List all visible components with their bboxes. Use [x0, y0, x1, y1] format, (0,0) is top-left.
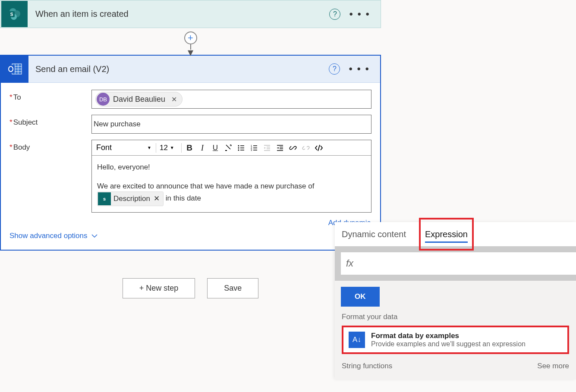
- highlight-expression-tab: Expression: [419, 218, 474, 251]
- format-section-title: Format your data: [342, 313, 569, 321]
- arrow-down-icon: ▾: [188, 50, 193, 55]
- unlink-button[interactable]: [300, 142, 312, 154]
- avatar: DB: [97, 93, 110, 106]
- underline-button[interactable]: U: [209, 142, 221, 154]
- subject-label: *Subject: [9, 115, 91, 134]
- svg-text:3: 3: [251, 149, 252, 151]
- trigger-title: When an item is created: [35, 9, 329, 19]
- connector: + ▾: [0, 28, 381, 55]
- save-button[interactable]: Save: [207, 278, 258, 298]
- action-header[interactable]: Send an email (V2) ? • • •: [1, 56, 380, 83]
- body-label: *Body: [9, 140, 91, 213]
- subject-input[interactable]: New purchase: [91, 115, 371, 134]
- outlook-icon: [1, 56, 28, 83]
- see-more-link[interactable]: See more: [537, 362, 569, 370]
- field-to: *To DB David Beaulieu ✕: [9, 90, 371, 109]
- token-remove-icon[interactable]: ✕: [153, 193, 161, 204]
- format-icon: A↓: [349, 332, 365, 348]
- expression-panel: Dynamic content Expression fx OK Format …: [335, 222, 576, 379]
- expression-panel-body: Format your data A↓ Format data by examp…: [335, 307, 576, 379]
- fx-icon: fx: [346, 258, 353, 269]
- tab-dynamic-content[interactable]: Dynamic content: [342, 222, 406, 246]
- action-title: Send an email (V2): [35, 64, 329, 74]
- format-card-subtitle: Provide examples and we'll suggest an ex…: [371, 340, 526, 348]
- help-icon[interactable]: ?: [329, 63, 340, 75]
- color-button[interactable]: [222, 142, 234, 154]
- font-select[interactable]: Font▼: [94, 142, 154, 154]
- add-step-button[interactable]: +: [184, 31, 197, 44]
- font-size-select[interactable]: 12 ▼: [160, 144, 179, 152]
- indent-button[interactable]: [274, 142, 286, 154]
- add-dynamic-content-link[interactable]: Add dynamic: [9, 219, 371, 227]
- action-card: Send an email (V2) ? • • • *To DB David …: [0, 55, 381, 251]
- bottom-buttons: + New step Save: [0, 278, 381, 298]
- format-card-title: Format data by examples: [371, 332, 526, 340]
- link-button[interactable]: [287, 142, 299, 154]
- outdent-button[interactable]: [261, 142, 273, 154]
- chevron-down-icon: [91, 234, 98, 238]
- svg-point-16: [238, 149, 239, 151]
- to-label: *To: [9, 90, 91, 109]
- rich-text-editor: Font▼ 12 ▼ B I U: [91, 140, 371, 213]
- rte-toolbar: Font▼ 12 ▼ B I U: [92, 140, 371, 156]
- string-functions-title: String functions: [342, 362, 392, 370]
- sharepoint-small-icon: s: [98, 192, 111, 205]
- code-view-button[interactable]: [313, 142, 325, 154]
- format-data-card[interactable]: A↓ Format data by examples Provide examp…: [342, 326, 569, 354]
- tab-expression[interactable]: Expression: [425, 222, 468, 246]
- more-icon[interactable]: • • •: [349, 67, 370, 71]
- number-list-button[interactable]: 123: [248, 142, 260, 154]
- expression-input-area: fx: [335, 246, 576, 281]
- bullet-list-button[interactable]: [235, 142, 247, 154]
- svg-point-15: [238, 147, 239, 148]
- ok-button[interactable]: OK: [341, 287, 380, 307]
- expression-input[interactable]: fx: [341, 252, 576, 275]
- body-line-1: Hello, everyone!: [97, 162, 366, 173]
- svg-rect-13: [225, 150, 227, 151]
- dynamic-token[interactable]: s Description ✕: [97, 191, 164, 206]
- field-body: *Body Font▼ 12 ▼ B I U: [9, 140, 371, 213]
- italic-button[interactable]: I: [196, 142, 208, 154]
- remove-recipient-icon[interactable]: ✕: [170, 95, 179, 103]
- field-subject: *Subject New purchase: [9, 115, 371, 134]
- new-step-button[interactable]: + New step: [123, 278, 195, 298]
- expression-tabs: Dynamic content Expression: [335, 222, 576, 246]
- sharepoint-icon: S: [1, 1, 28, 27]
- body-line-2-before: We are excited to announce that we have …: [97, 182, 314, 190]
- body-content[interactable]: Hello, everyone! We are excited to annou…: [92, 156, 371, 212]
- help-icon[interactable]: ?: [329, 9, 340, 20]
- more-icon[interactable]: • • •: [349, 12, 370, 16]
- recipient-chip[interactable]: DB David Beaulieu ✕: [95, 92, 183, 107]
- trigger-card[interactable]: S When an item is created ? • • •: [0, 0, 381, 28]
- body-line-2-after: in this date: [166, 194, 201, 202]
- token-label: Description: [113, 193, 150, 204]
- bold-button[interactable]: B: [183, 142, 195, 154]
- svg-text:S: S: [10, 12, 13, 17]
- to-input[interactable]: DB David Beaulieu ✕: [91, 90, 371, 109]
- show-advanced-options[interactable]: Show advanced options: [9, 232, 371, 240]
- recipient-name: David Beaulieu: [113, 95, 165, 104]
- svg-point-14: [238, 145, 239, 146]
